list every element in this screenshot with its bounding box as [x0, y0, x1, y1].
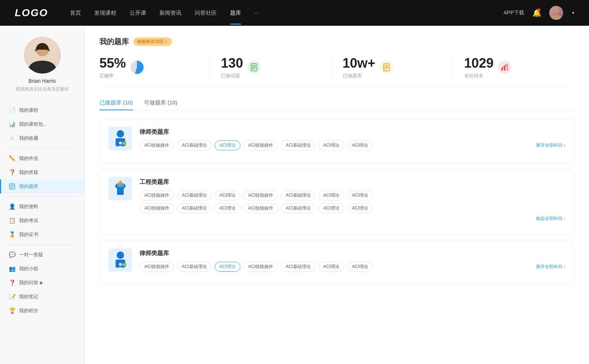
avatar[interactable] [549, 6, 563, 20]
engineer-svg [112, 179, 129, 198]
tag-2-4[interactable]: ACI基础理论 [281, 190, 315, 200]
tags-row-wrap-1: ACI技能操作 ACI基础理论 ACI理论 ACI技能操作 ACI基础理论 AC… [140, 140, 565, 150]
collapse-link[interactable]: 收起全部科目 › [140, 215, 565, 222]
tag-2-10[interactable]: ACI技能操作 [243, 203, 278, 213]
sidebar: Brian Harris 错误的决定比没有决定要好 📄 我的课程 📊 我的课程包… [0, 26, 85, 364]
sidebar-label: 我的考试 [19, 217, 38, 224]
qbank-card-engineer: 工程类题库 ACI技能操作 ACI基础理论 ACI理论 ACI技能操作 ACI基… [99, 169, 574, 235]
tag-2-2[interactable]: ACI理论 [215, 190, 240, 200]
tag-3-6[interactable]: ACI理论 [347, 262, 373, 272]
stat-text-done-banks: 10w+ 已做题库 [343, 56, 375, 79]
chat-icon: 💬 [9, 251, 15, 258]
sidebar-item-my-questions[interactable]: ❓ 我的问答 [0, 276, 84, 290]
qbank-title-3: 律师类题库 [140, 248, 565, 257]
svg-point-0 [554, 8, 559, 13]
tag-2-12[interactable]: ACI理论 [318, 203, 344, 213]
doc-icon: 📄 [9, 107, 15, 114]
sidebar-label: 我的小组 [19, 265, 38, 272]
tab-done-banks[interactable]: 已做题库 (10) [99, 99, 133, 110]
tag-3-3[interactable]: ACI技能操作 [243, 262, 278, 272]
sidebar-menu: 📄 我的课程 📊 我的课程包... ☆ 我的收藏 ✏️ 我的作业 ❓ 我的答疑 [0, 103, 84, 318]
sidebar-item-homework[interactable]: ✏️ 我的作业 [0, 151, 84, 165]
collapse-label: 收起全部科目 › [536, 215, 565, 222]
svg-point-29 [117, 251, 124, 259]
tags-row-wrap-3: ACI技能操作 ACI基础理论 ACI理论 ACI技能操作 ACI基础理论 AC… [140, 262, 565, 272]
nav-qa[interactable]: 问答社区 [195, 8, 217, 18]
tag-2-1[interactable]: ACI基础理论 [177, 190, 212, 200]
nav-open-course[interactable]: 公开课 [130, 8, 146, 18]
nav-more[interactable]: ··· [254, 8, 259, 18]
tag-3-2[interactable]: ACI理论 [215, 262, 240, 272]
stat-text-ranking: 1029 全站排名 [464, 56, 494, 79]
qbank-icon [9, 183, 15, 190]
doc-orange-svg [382, 63, 391, 71]
sidebar-item-certificate[interactable]: 🏅 我的证书 [0, 228, 84, 242]
tag-2-13[interactable]: ACI理论 [347, 203, 373, 213]
page-wrapper: Brian Harris 错误的决定比没有决定要好 📄 我的课程 📊 我的课程包… [0, 26, 589, 364]
sidebar-item-my-profile[interactable]: 👤 我的资料 [0, 200, 84, 214]
edit-icon: ✏️ [9, 155, 15, 162]
sidebar-item-my-group[interactable]: 👥 我的小组 [0, 262, 84, 276]
sidebar-item-my-points[interactable]: 🏆 我的积分 [0, 304, 84, 318]
tag-2-9[interactable]: ACI理论 [215, 203, 240, 213]
sidebar-item-my-exam[interactable]: 📋 我的考试 [0, 214, 84, 228]
expand-link-1[interactable]: 展开全部科目 › [536, 142, 565, 149]
tag-1-4[interactable]: ACI基础理论 [281, 140, 315, 150]
stat-value-done-banks: 10w+ [343, 56, 375, 71]
sidebar-item-my-qbank[interactable]: 我的题库 [0, 179, 84, 193]
notification-bell[interactable]: 🔔 [532, 8, 542, 18]
sidebar-item-one-on-one[interactable]: 💬 一对一答疑 [0, 248, 84, 262]
tag-1-0[interactable]: ACI技能操作 [140, 140, 174, 150]
note-icon: 📝 [9, 293, 15, 300]
tag-2-6[interactable]: ACI理论 [347, 190, 373, 200]
sidebar-item-favorites[interactable]: ☆ 我的收藏 [0, 131, 84, 145]
expand-link-3[interactable]: 展开全部科目 › [536, 264, 565, 270]
tag-2-8[interactable]: ACI基础理论 [177, 203, 212, 213]
profile-motto: 错误的决定比没有决定要好 [16, 86, 69, 92]
sidebar-label: 我的证书 [19, 231, 38, 238]
tag-1-1[interactable]: ACI基础理论 [177, 140, 212, 150]
sidebar-item-course-package[interactable]: 📊 我的课程包... [0, 117, 84, 131]
sidebar-label: 我的积分 [19, 307, 38, 314]
page-title: 我的题库 [99, 37, 129, 47]
app-download-button[interactable]: APP下载 [504, 10, 524, 16]
sidebar-item-my-qa[interactable]: ❓ 我的答疑 [0, 165, 84, 179]
stat-done-questions: 130 已做试题 [209, 56, 331, 79]
sidebar-label: 我的资料 [19, 203, 38, 210]
tag-1-3[interactable]: ACI技能操作 [243, 140, 278, 150]
tag-1-2[interactable]: ACI理论 [215, 140, 240, 150]
stat-value-done-questions: 130 [221, 56, 243, 71]
tag-2-7[interactable]: ACI技能操作 [140, 203, 174, 213]
star-icon: ☆ [9, 135, 15, 142]
tag-2-3[interactable]: ACI技能操作 [243, 190, 278, 200]
nav-qbank[interactable]: 题库 [230, 8, 241, 18]
avatar-image [549, 6, 563, 20]
cert-icon: 🏅 [9, 231, 15, 238]
tag-3-5[interactable]: ACI理论 [318, 262, 344, 272]
sidebar-item-my-course[interactable]: 📄 我的课程 [0, 103, 84, 117]
sidebar-item-my-notes[interactable]: 📝 我的笔记 [0, 290, 84, 304]
tab-available-banks[interactable]: 可做题库 (10) [144, 99, 177, 110]
qbank-content-3: 律师类题库 ACI技能操作 ACI基础理论 ACI理论 ACI技能操作 ACI基… [140, 248, 565, 272]
qbank-card-lawyer-2: 律师类题库 ACI技能操作 ACI基础理论 ACI理论 ACI技能操作 ACI基… [99, 240, 574, 285]
group-icon: 👥 [9, 265, 15, 272]
nav-news[interactable]: 新闻资讯 [159, 8, 181, 18]
tag-2-0[interactable]: ACI技能操作 [140, 190, 174, 200]
user-dropdown-arrow[interactable]: ▾ [572, 10, 574, 15]
tag-3-4[interactable]: ACI基础理论 [281, 262, 315, 272]
stat-value-ranking: 1029 [464, 56, 494, 71]
tag-3-0[interactable]: ACI技能操作 [140, 262, 174, 272]
sidebar-label: 我的答疑 [19, 169, 38, 176]
notification-dot [537, 8, 540, 11]
tag-2-5[interactable]: ACI理论 [318, 190, 344, 200]
nav-home[interactable]: 首页 [70, 8, 81, 18]
tag-1-5[interactable]: ACI理论 [318, 140, 344, 150]
nav-discover[interactable]: 发现课程 [94, 8, 116, 18]
tag-1-6[interactable]: ACI理论 [347, 140, 373, 150]
sidebar-divider-1 [7, 148, 77, 149]
tag-2-11[interactable]: ACI基础理论 [281, 203, 315, 213]
tag-3-1[interactable]: ACI基础理论 [177, 262, 212, 272]
stat-ranking: 1029 全站排名 [453, 56, 574, 79]
tags-row-2a: ACI技能操作 ACI基础理论 ACI理论 ACI技能操作 ACI基础理论 AC… [140, 190, 565, 200]
stat-label-ranking: 全站排名 [464, 72, 494, 79]
